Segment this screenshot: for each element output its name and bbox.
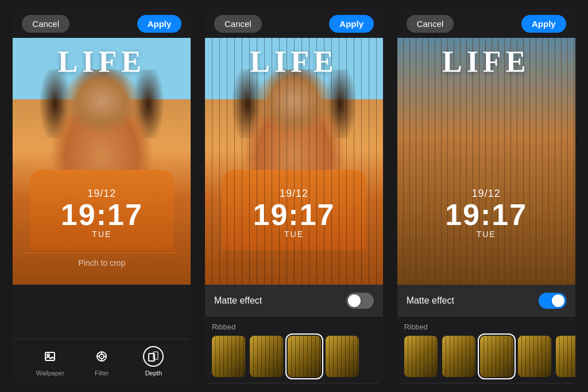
- panel-1-time: 19:17: [13, 200, 191, 230]
- panel-3-life-text: LIFE: [397, 45, 575, 79]
- panel-3-filter-thumb-3[interactable]: [480, 336, 513, 377]
- panel-3-matte-toggle[interactable]: [539, 293, 566, 309]
- panel-1-bottom-area: Wallpaper Filter: [13, 285, 191, 386]
- panel-2-filter-thumbs: [212, 336, 376, 377]
- panel-3-header: Cancel Apply: [397, 7, 575, 41]
- panel-2: Cancel Apply LIFE 19/12 19:17 TUE Matte …: [205, 7, 383, 386]
- panel-1-phone-preview: LIFE 19/12 19:17 TUE Pinch to crop: [13, 38, 191, 285]
- panel-1-tab-bar: Wallpaper Filter: [13, 339, 191, 386]
- filter-thumb-2[interactable]: [250, 336, 283, 377]
- panel-1-day: TUE: [13, 230, 191, 239]
- panel-3-filter-thumb-4[interactable]: [518, 336, 551, 377]
- panel-1-cancel-button[interactable]: Cancel: [22, 15, 69, 33]
- wallpaper-icon: [40, 346, 60, 367]
- panel-2-life-text: LIFE: [205, 45, 383, 79]
- depth-icon: [143, 346, 164, 367]
- panel-3-matte-row: Matte effect: [397, 285, 575, 317]
- panel-3-toggle-knob: [552, 294, 564, 307]
- panel-3-filter-section: Ribbed: [397, 317, 575, 383]
- panel-3-time: 19:17: [397, 200, 575, 230]
- panel-3-phone-preview: LIFE 19/12 19:17 TUE: [397, 38, 575, 285]
- panel-2-matte-toggle[interactable]: [346, 293, 374, 309]
- panel-1-apply-button[interactable]: Apply: [137, 15, 182, 33]
- panel-2-tab-bar: Wallpaper Filter: [205, 383, 383, 386]
- panel-3-filter-thumb-5[interactable]: [556, 336, 575, 377]
- panel-1-tab-depth[interactable]: Depth: [136, 346, 171, 377]
- panel-3-matte-label: Matte effect: [407, 296, 454, 306]
- panel-3-filter-thumb-2[interactable]: [442, 336, 475, 377]
- panel-3-apply-button[interactable]: Apply: [521, 15, 566, 33]
- svg-rect-0: [45, 352, 55, 360]
- panel-2-apply-button[interactable]: Apply: [329, 15, 374, 33]
- panel-1-wallpaper-label: Wallpaper: [36, 370, 64, 377]
- svg-rect-1: [47, 354, 49, 356]
- filter-thumb-1[interactable]: [212, 336, 245, 377]
- filter-icon: [91, 346, 112, 367]
- panel-2-cancel-button[interactable]: Cancel: [214, 15, 262, 33]
- panel-2-filter-category: Ribbed: [212, 323, 376, 331]
- panel-1-depth-label: Depth: [145, 370, 162, 377]
- panel-2-time: 19:17: [205, 200, 383, 230]
- panel-1-life-text: LIFE: [13, 45, 191, 79]
- panel-3: Cancel Apply LIFE 19/12 19:17 TUE Matte …: [397, 7, 575, 386]
- panel-3-filter-thumbs: [404, 336, 568, 377]
- panel-2-header: Cancel Apply: [205, 7, 383, 41]
- panel-3-filter-thumb-1[interactable]: [404, 336, 438, 377]
- panel-1-header: Cancel Apply: [13, 7, 191, 41]
- panel-2-day: TUE: [205, 230, 383, 239]
- panel-2-matte-label: Matte effect: [214, 296, 262, 306]
- panel-2-matte-row: Matte effect: [205, 285, 383, 317]
- panel-2-toggle-knob: [348, 294, 361, 307]
- panel-3-cancel-button[interactable]: Cancel: [407, 15, 454, 33]
- panels-container: Cancel Apply LIFE 19/12 19:17 TUE Pinch …: [0, 0, 588, 392]
- panel-2-filter-section: Ribbed: [205, 317, 383, 383]
- filter-thumb-3[interactable]: [288, 336, 321, 377]
- panel-3-bottom-area: Matte effect Ribbed: [397, 285, 575, 386]
- panel-1-datetime: 19/12 19:17 TUE: [13, 188, 191, 239]
- panel-2-datetime: 19/12 19:17 TUE: [205, 188, 383, 239]
- svg-point-4: [101, 356, 102, 357]
- panel-2-bottom-area: Matte effect Ribbed: [205, 285, 383, 386]
- panel-3-datetime: 19/12 19:17 TUE: [397, 188, 575, 239]
- panel-2-phone-preview: LIFE 19/12 19:17 TUE: [205, 38, 383, 285]
- panel-3-filter-category: Ribbed: [404, 323, 568, 331]
- panel-3-day: TUE: [397, 230, 575, 239]
- panel-1-tab-filter[interactable]: Filter: [84, 346, 119, 377]
- filter-thumb-4[interactable]: [326, 336, 359, 377]
- panel-1-crop-line: [24, 253, 179, 253]
- panel-1-filter-label: Filter: [95, 370, 109, 377]
- panel-1-tab-wallpaper[interactable]: Wallpaper: [33, 346, 67, 377]
- panel-1-pinch-crop: Pinch to crop: [13, 258, 191, 267]
- panel-3-tab-bar: Wallpaper Filter: [397, 383, 575, 386]
- panel-1: Cancel Apply LIFE 19/12 19:17 TUE Pinch …: [13, 7, 191, 386]
